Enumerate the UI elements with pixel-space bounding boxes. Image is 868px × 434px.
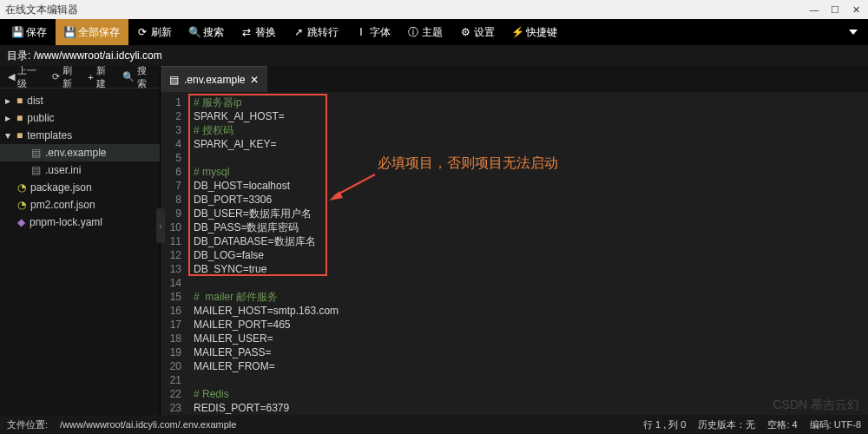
tab-bar: ▤ .env.example ✕ <box>161 66 868 92</box>
tree-file-user-ini[interactable]: ▤.user.ini <box>0 161 160 179</box>
goto-icon: ↗ <box>293 27 304 37</box>
window-close-button[interactable]: ✕ <box>849 3 863 16</box>
folder-icon: ■ <box>16 129 23 141</box>
gear-icon: ⚙ <box>460 27 470 37</box>
file-icon: ▤ <box>31 147 41 159</box>
file-icon: ▤ <box>31 164 41 176</box>
tree-file-package-json[interactable]: ◔package.json <box>0 179 160 196</box>
menu-shortcuts[interactable]: ⚡快捷键 <box>503 19 566 45</box>
menu-settings[interactable]: ⚙设置 <box>451 19 503 45</box>
window-maximize-button[interactable]: ☐ <box>828 3 842 16</box>
folder-icon: ■ <box>16 95 23 107</box>
path-value: /www/wwwroot/ai.idcyli.com <box>34 49 162 62</box>
tree-folder-dist[interactable]: ▸■dist <box>0 92 160 109</box>
save-icon: 💾 <box>12 27 23 37</box>
status-bar: 文件位置: /www/wwwroot/ai.idcyli.com/.env.ex… <box>0 415 868 434</box>
status-filepath-label: 文件位置: <box>7 418 48 431</box>
folder-icon: ■ <box>16 112 23 124</box>
chevron-down-icon: ▾ <box>5 129 12 141</box>
theme-icon: ⓘ <box>408 27 418 37</box>
save-all-icon: 💾 <box>64 27 75 37</box>
menu-replace[interactable]: ⇄替换 <box>233 19 285 45</box>
replace-icon: ⇄ <box>241 27 252 37</box>
sidebar-up-button[interactable]: ◀ 上一级 <box>3 64 46 90</box>
sidebar-refresh-button[interactable]: ⟳ 刷新 <box>48 64 82 90</box>
menu-collapse-button[interactable] <box>849 30 865 35</box>
tab-close-icon[interactable]: ✕ <box>250 74 259 86</box>
sidebar-toolbar: ◀ 上一级 ⟳ 刷新 + 新建 🔍 搜索 <box>0 66 160 89</box>
chevron-right-icon: ▸ <box>5 112 12 124</box>
path-label: 目录: <box>7 49 30 63</box>
yaml-icon: ◆ <box>17 216 25 228</box>
menu-goto[interactable]: ↗跳转行 <box>285 19 347 45</box>
sidebar: ◀ 上一级 ⟳ 刷新 + 新建 🔍 搜索 ▸■dist ▸■public ▾■t… <box>0 66 161 415</box>
menu-bar: 💾保存 💾全部保存 ⟳刷新 🔍搜索 ⇄替换 ↗跳转行 I字体 ⓘ主题 ⚙设置 ⚡… <box>0 19 868 45</box>
code-area[interactable]: # 服务器ipSPARK_AI_HOST=# 授权码SPARK_AI_KEY=#… <box>187 92 868 415</box>
status-line-col[interactable]: 行 1 , 列 0 <box>643 418 687 431</box>
tree-file-pnpm-lock[interactable]: ◆pnpm-lock.yaml <box>0 214 160 231</box>
tree-folder-templates[interactable]: ▾■templates <box>0 127 160 144</box>
chevron-down-icon <box>849 30 858 35</box>
title-bar: 在线文本编辑器 — ☐ ✕ <box>0 0 868 19</box>
menu-save-all[interactable]: 💾全部保存 <box>56 19 128 45</box>
menu-save[interactable]: 💾保存 <box>3 19 56 45</box>
menu-refresh[interactable]: ⟳刷新 <box>128 19 181 45</box>
status-spaces[interactable]: 空格: 4 <box>767 418 797 431</box>
status-history[interactable]: 历史版本：无 <box>698 418 755 431</box>
tree-file-env-example[interactable]: ▤.env.example <box>0 144 160 161</box>
tab-env-example[interactable]: ▤ .env.example ✕ <box>161 66 267 92</box>
editor-area: ▤ .env.example ✕ 12345678910111213141516… <box>161 66 868 415</box>
status-filepath: /www/wwwroot/ai.idcyli.com/.env.example <box>60 419 236 430</box>
file-tree: ▸■dist ▸■public ▾■templates ▤.env.exampl… <box>0 89 160 234</box>
tab-label: .env.example <box>184 74 245 86</box>
json-icon: ◔ <box>17 199 26 211</box>
status-encoding[interactable]: 编码: UTF-8 <box>810 418 861 431</box>
path-bar: 目录: /www/wwwroot/ai.idcyli.com <box>0 45 868 66</box>
line-gutter: 1234567891011121314151617181920212223242… <box>161 92 187 415</box>
file-icon: ▤ <box>169 74 179 86</box>
tree-file-pm2-conf[interactable]: ◔pm2.conf.json <box>0 196 160 214</box>
menu-font[interactable]: I字体 <box>347 19 399 45</box>
sidebar-search-button[interactable]: 🔍 搜索 <box>118 64 156 90</box>
menu-search[interactable]: 🔍搜索 <box>181 19 233 45</box>
tree-folder-public[interactable]: ▸■public <box>0 109 160 127</box>
lightning-icon: ⚡ <box>512 27 523 37</box>
search-icon: 🔍 <box>189 27 200 37</box>
sidebar-resize-handle[interactable]: ‹ <box>156 208 165 243</box>
json-icon: ◔ <box>17 181 26 194</box>
refresh-icon: ⟳ <box>137 27 148 37</box>
font-icon: I <box>356 27 366 37</box>
sidebar-new-button[interactable]: + 新建 <box>83 64 116 90</box>
window-minimize-button[interactable]: — <box>807 3 821 16</box>
chevron-right-icon: ▸ <box>5 95 12 107</box>
window-title: 在线文本编辑器 <box>5 3 78 17</box>
menu-theme[interactable]: ⓘ主题 <box>399 19 451 45</box>
